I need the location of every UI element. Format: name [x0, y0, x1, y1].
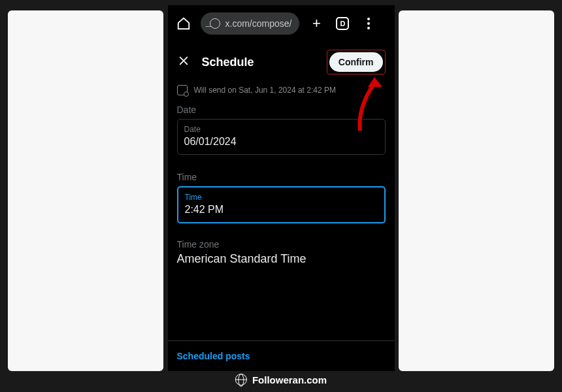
calendar-clock-icon	[177, 85, 188, 95]
timezone-value: American Standard Time	[177, 252, 386, 266]
site-settings-icon	[208, 19, 220, 28]
tab-badge: D	[340, 20, 345, 27]
page-title: Schedule	[202, 56, 316, 69]
url-bar[interactable]: x.com/compose/	[201, 12, 300, 35]
schedule-form: Will send on Sat, Jun 1, 2024 at 2:42 PM…	[168, 82, 395, 266]
home-icon[interactable]	[174, 14, 193, 33]
watermark: Followeran.com	[235, 374, 327, 385]
watermark-text: Followeran.com	[252, 374, 327, 385]
side-panel-left	[8, 10, 163, 371]
date-field[interactable]: Date 06/01/2024	[177, 119, 386, 155]
close-icon[interactable]	[177, 54, 191, 71]
timezone-label: Time zone	[177, 239, 386, 250]
page-header: Schedule Confirm	[168, 42, 395, 82]
send-info-row: Will send on Sat, Jun 1, 2024 at 2:42 PM	[177, 85, 386, 95]
side-panel-right	[399, 10, 554, 371]
confirm-button[interactable]: Confirm	[329, 52, 383, 72]
confirm-highlight-box: Confirm	[327, 50, 386, 74]
browser-toolbar: x.com/compose/ + D	[168, 5, 395, 42]
footer-row: Scheduled posts	[168, 340, 395, 371]
scheduled-posts-link[interactable]: Scheduled posts	[177, 351, 250, 361]
send-info-text: Will send on Sat, Jun 1, 2024 at 2:42 PM	[194, 86, 336, 95]
url-text: x.com/compose/	[225, 18, 292, 29]
new-tab-button[interactable]: +	[307, 15, 325, 32]
time-value: 2:42 PM	[185, 204, 378, 216]
date-value: 06/01/2024	[184, 136, 378, 148]
tabs-button[interactable]: D	[333, 17, 352, 30]
phone-frame: x.com/compose/ + D Schedule Confirm	[168, 5, 395, 371]
tab-count-box: D	[336, 17, 349, 30]
plus-icon: +	[312, 15, 321, 32]
time-inner-label: Time	[185, 193, 378, 202]
time-label: Time	[177, 172, 386, 182]
kebab-icon	[367, 18, 370, 29]
globe-icon	[235, 374, 247, 385]
time-field[interactable]: Time 2:42 PM	[177, 186, 386, 223]
date-inner-label: Date	[184, 125, 378, 134]
browser-menu-button[interactable]	[359, 18, 378, 29]
date-label: Date	[177, 105, 386, 115]
